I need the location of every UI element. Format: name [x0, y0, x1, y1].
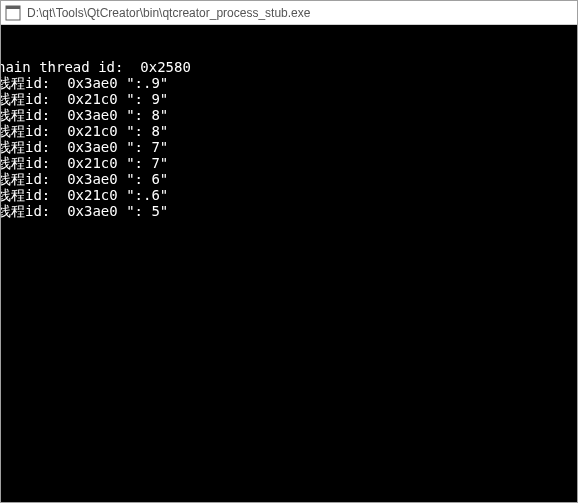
- titlebar[interactable]: D:\qt\Tools\QtCreator\bin\qtcreator_proc…: [1, 1, 577, 25]
- svg-rect-1: [6, 6, 20, 9]
- console-line: 线程id: 0x3ae0 ": 8": [1, 107, 577, 123]
- console-line: 线程id: 0x21c0 ":.6": [1, 187, 577, 203]
- app-icon: [5, 5, 21, 21]
- console-line: 线程id: 0x3ae0 ": 7": [1, 139, 577, 155]
- window-title: D:\qt\Tools\QtCreator\bin\qtcreator_proc…: [27, 6, 310, 20]
- console-line: 线程id: 0x21c0 ": 8": [1, 123, 577, 139]
- console-line: 线程id: 0x3ae0 ":.9": [1, 75, 577, 91]
- console-line: 线程id: 0x3ae0 ": 6": [1, 171, 577, 187]
- console-line: 线程id: 0x3ae0 ": 5": [1, 203, 577, 219]
- console-line: nain thread id: 0x2580: [1, 59, 577, 75]
- console-output: nain thread id: 0x2580线程id: 0x3ae0 ":.9"…: [1, 25, 577, 502]
- console-line: 线程id: 0x21c0 ": 9": [1, 91, 577, 107]
- console-window: D:\qt\Tools\QtCreator\bin\qtcreator_proc…: [0, 0, 578, 503]
- console-line: 线程id: 0x21c0 ": 7": [1, 155, 577, 171]
